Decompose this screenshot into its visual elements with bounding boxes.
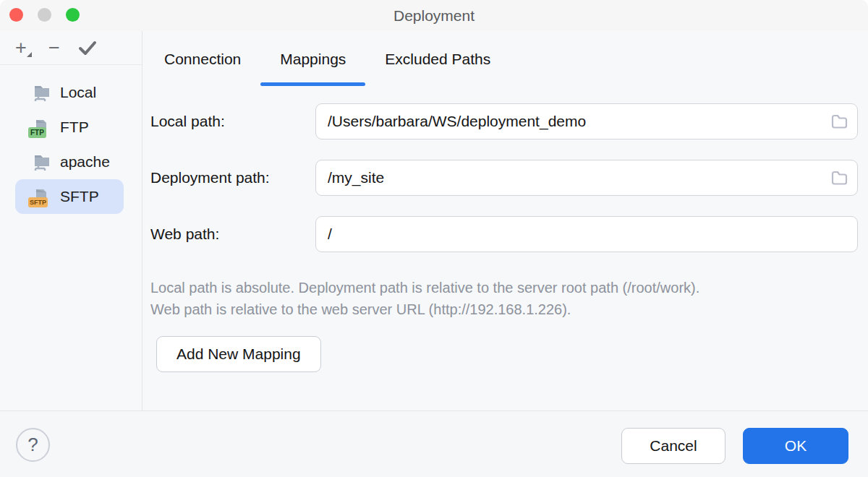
help-button[interactable]: ? xyxy=(16,428,50,462)
server-item-sftp[interactable]: SFTP SFTP xyxy=(15,179,124,214)
footer-actions: Cancel OK xyxy=(621,428,848,464)
titlebar: Deployment xyxy=(0,0,868,31)
mappings-form: Local path: Deployment path: xyxy=(143,103,868,372)
remove-server-button[interactable]: − xyxy=(41,36,68,59)
web-path-row: Web path: xyxy=(150,216,858,252)
cancel-button[interactable]: Cancel xyxy=(621,428,726,464)
main-panel: Connection Mappings Excluded Paths Local… xyxy=(143,31,868,411)
tab-excluded-paths[interactable]: Excluded Paths xyxy=(365,31,510,87)
add-new-mapping-button[interactable]: Add New Mapping xyxy=(156,336,321,372)
remote-host-folder-icon xyxy=(30,151,52,173)
minus-icon: − xyxy=(48,37,60,59)
window-title: Deployment xyxy=(0,0,868,31)
ok-button[interactable]: OK xyxy=(743,428,848,464)
remote-host-folder-icon xyxy=(30,82,52,103)
browse-folder-icon[interactable] xyxy=(830,113,848,130)
server-item-label: Local xyxy=(60,84,96,101)
plus-icon: + xyxy=(15,37,27,59)
question-mark-icon: ? xyxy=(27,434,38,456)
web-path-input[interactable] xyxy=(315,216,858,252)
sftp-badge: SFTP xyxy=(28,197,48,207)
sidebar-toolbar: + − xyxy=(0,31,142,65)
use-as-default-button[interactable] xyxy=(74,36,101,59)
ftp-server-icon: FTP xyxy=(30,116,52,138)
add-server-button[interactable]: + xyxy=(7,36,35,59)
server-item-label: SFTP xyxy=(60,188,99,205)
local-path-label: Local path: xyxy=(150,113,315,130)
server-item-apache[interactable]: apache xyxy=(15,145,124,179)
tab-bar: Connection Mappings Excluded Paths xyxy=(143,31,868,87)
deployment-dialog: Deployment + − xyxy=(0,0,868,477)
local-path-row: Local path: xyxy=(150,103,858,139)
hint-line-1: Local path is absolute. Deployment path … xyxy=(150,277,858,298)
check-icon xyxy=(78,40,97,56)
ftp-badge: FTP xyxy=(28,127,46,138)
server-item-label: FTP xyxy=(60,119,89,136)
server-list-sidebar: + − Local xyxy=(0,31,142,411)
server-list: Local FTP FTP xyxy=(0,65,142,214)
web-path-label: Web path: xyxy=(150,225,315,243)
dialog-footer: ? Cancel OK xyxy=(0,411,868,477)
zoom-window-button[interactable] xyxy=(66,8,80,22)
deployment-path-input[interactable] xyxy=(315,160,858,196)
paths-hint-text: Local path is absolute. Deployment path … xyxy=(150,277,858,320)
tab-mappings[interactable]: Mappings xyxy=(260,31,365,87)
server-item-label: apache xyxy=(60,153,110,171)
local-path-input[interactable] xyxy=(315,103,858,139)
hint-line-2: Web path is relative to the web server U… xyxy=(150,298,858,320)
deployment-path-label: Deployment path: xyxy=(150,169,315,186)
browse-folder-icon[interactable] xyxy=(830,169,848,186)
server-item-ftp[interactable]: FTP FTP xyxy=(15,110,124,145)
deployment-path-row: Deployment path: xyxy=(150,160,858,196)
sftp-server-icon: SFTP xyxy=(30,186,52,207)
dropdown-arrow-icon xyxy=(27,52,32,57)
traffic-lights xyxy=(9,8,80,22)
minimize-window-button[interactable] xyxy=(38,8,51,22)
close-window-button[interactable] xyxy=(9,8,23,22)
tab-connection[interactable]: Connection xyxy=(145,31,260,87)
server-item-local[interactable]: Local xyxy=(15,75,124,110)
